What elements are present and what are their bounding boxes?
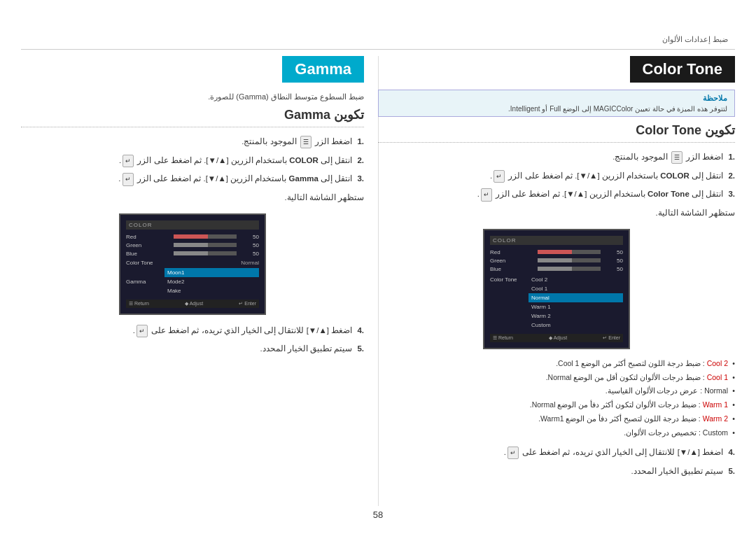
osd-gamma-mode2: Mode2 bbox=[164, 277, 259, 286]
osd-cool1: Cool 1 bbox=[528, 284, 623, 293]
bullet-cool2: Cool 2 : ضبط درجة اللون لتصبح أكثر من ال… bbox=[378, 358, 728, 370]
colortone-steps: .1 اضغط الزر ☰ الموجود بالمنتج. .2 انتقل… bbox=[378, 150, 735, 220]
ct-step-2: .2 انتقل إلى COLOR باستخدام الزرين [▲/▼]… bbox=[378, 169, 735, 183]
osd-colortone-label: Color Tone Normal Gamma Moon1 Mode2 Make bbox=[126, 260, 259, 295]
ct-step-1: .1 اضغط الزر ☰ الموجود بالمنتج. bbox=[378, 150, 735, 164]
osd-red-row: Red 50 bbox=[126, 234, 259, 240]
gamma-title: Gamma bbox=[282, 56, 364, 83]
gamma-section: Gamma ضبط السطوع متوسط النطاق (Gamma) لل… bbox=[21, 56, 364, 506]
osd-gamma-make: Make bbox=[164, 286, 259, 295]
menu-btn-right: ☰ bbox=[671, 151, 682, 164]
osd-r-blue-row: Blue 50 bbox=[490, 266, 623, 272]
osd-warm2: Warm 2 bbox=[528, 311, 623, 321]
gamma-section-title: تكوين Gamma bbox=[21, 107, 364, 127]
ct-note: ستظهر الشاشة التالية. bbox=[378, 206, 735, 220]
notice-title: ملاحظة bbox=[386, 94, 727, 103]
bullet-warm1: Warm 1 : ضبط درجات الألوان لتكون أكثر دف… bbox=[378, 399, 728, 412]
enter-r3: ↵ bbox=[507, 447, 519, 459]
osd-r-red-row: Red 50 bbox=[490, 249, 623, 255]
enter-btn-3: ↵ bbox=[136, 325, 148, 337]
colortone-title: Color Tone bbox=[630, 56, 735, 83]
osd-custom: Custom bbox=[528, 321, 623, 330]
enter-icon: ↵ bbox=[122, 155, 134, 167]
page-number: 58 bbox=[373, 510, 383, 520]
gamma-subtitle: ضبط السطوع متوسط النطاق (Gamma) للصورة. bbox=[21, 90, 364, 101]
gamma-osd-screen: COLOR Red 50 Green 50 Blue 50 Color Tone… bbox=[119, 213, 266, 315]
osd-ct-menu: Color Tone Cool 2 Cool 1 Normal Warm 1 W… bbox=[490, 275, 623, 330]
osd-gamma-moon1: Moon1 bbox=[164, 268, 259, 277]
colortone-notice: ملاحظة لتتوفر هذه الميزة في حالة تعيين M… bbox=[378, 90, 735, 117]
bullet-normal: Normal : عرض درجات الألوان القياسية. bbox=[378, 385, 728, 398]
notice-text: لتتوفر هذه الميزة في حالة تعيين MAGICCol… bbox=[386, 105, 727, 113]
enter-r: ↵ bbox=[493, 170, 505, 183]
bullet-cool1: Cool 1 : ضبط درجات الألوان لتكون أقل من … bbox=[378, 372, 728, 384]
gamma-steps: .1 اضغط الزر ☰ الموجود بالمنتج. .2 انتقل… bbox=[21, 134, 364, 205]
ct-step-4: .4 اضغط [▲/▼] للانتقال إلى الخيار الذي ت… bbox=[378, 445, 735, 460]
osd-r-green-row: Green 50 bbox=[490, 258, 623, 264]
colortone-bullets: Cool 2 : ضبط درجة اللون لتصبح أكثر من ال… bbox=[378, 358, 735, 440]
osd-green-row: Green 50 bbox=[126, 242, 259, 248]
ct-step-3: .3 انتقل إلى Color Tone باستخدام الزرين … bbox=[378, 187, 735, 202]
osd-normal: Normal bbox=[528, 293, 623, 302]
enter-icon-2: ↵ bbox=[122, 173, 134, 185]
breadcrumb: ضبط إعدادات الألوان bbox=[662, 35, 728, 44]
osd-title-right: COLOR bbox=[490, 236, 623, 245]
osd-blue-row: Blue 50 bbox=[126, 251, 259, 257]
colortone-section-title: تكوين Color Tone bbox=[378, 122, 735, 143]
gamma-step-4: .4 اضغط [▲/▼] للانتقال إلى الخيار الذي ت… bbox=[21, 323, 364, 338]
ct-step-5: .5 سيتم تطبيق الخيار المحدد. bbox=[378, 464, 735, 479]
osd-title-left: COLOR bbox=[126, 220, 259, 230]
osd-bottom-right: ☰ Return ◆ Adjust ↵ Enter bbox=[490, 334, 623, 342]
colortone-osd-screen: COLOR Red 50 Green 50 Blue 50 Color Tone… bbox=[483, 229, 630, 349]
gamma-note: ستظهر الشاشة التالية. bbox=[21, 190, 364, 205]
gamma-step-2: .2 انتقل إلى COLOR باستخدام الزرين [▲/▼]… bbox=[21, 153, 364, 168]
osd-cool2: Cool 2 bbox=[528, 275, 623, 284]
menu-button-icon: ☰ bbox=[300, 136, 312, 148]
top-divider bbox=[21, 49, 735, 50]
gamma-step-1: .1 اضغط الزر ☰ الموجود بالمنتج. bbox=[21, 134, 364, 149]
osd-bottom-left: ☰ Return ◆ Adjust ↵ Enter bbox=[126, 300, 259, 308]
osd-warm1: Warm 1 bbox=[528, 302, 623, 311]
bullet-warm2: Warm 2 : ضبط درجة اللون لتصبح أكثر دفأ م… bbox=[378, 413, 728, 426]
colortone-section: Color Tone ملاحظة لتتوفر هذه الميزة في ح… bbox=[378, 56, 735, 506]
gamma-step-5: .5 سيتم تطبيق الخيار المحدد. bbox=[21, 342, 364, 356]
gamma-steps-lower: .4 اضغط [▲/▼] للانتقال إلى الخيار الذي ت… bbox=[21, 323, 364, 356]
ct-steps-lower: .4 اضغط [▲/▼] للانتقال إلى الخيار الذي ت… bbox=[378, 445, 735, 478]
bullet-custom: Custom : تخصيص درجات الألوان. bbox=[378, 427, 728, 440]
enter-r2: ↵ bbox=[481, 188, 492, 201]
gamma-step-3: .3 انتقل إلى Gamma باستخدام الزرين [▲/▼]… bbox=[21, 171, 364, 186]
